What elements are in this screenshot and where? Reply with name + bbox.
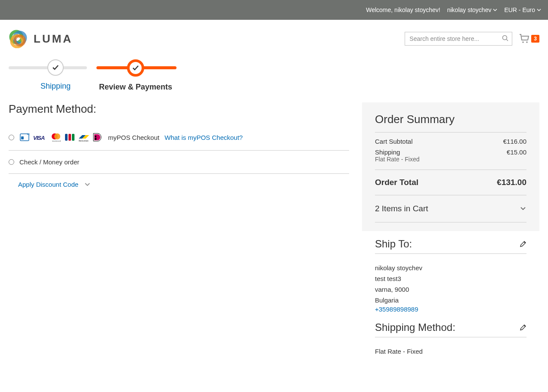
svg-point-7 [526, 41, 528, 43]
shipping-row: Shipping €15.00 [375, 147, 526, 156]
svg-text:POS: POS [27, 133, 30, 136]
mastercard-icon: mastercard [50, 133, 62, 142]
shipping-method-value: Flat Rate - Fixed [375, 346, 526, 357]
payment-card-icons: POS VISA mastercard Bancontact [19, 132, 102, 142]
search-container [405, 32, 512, 46]
discount-toggle[interactable]: Apply Discount Code [9, 174, 349, 188]
order-total-value: €131.00 [497, 178, 526, 187]
step-circle-done [47, 59, 64, 76]
items-in-cart-toggle[interactable]: 2 Items in Cart [375, 199, 526, 219]
subtotal-row: Cart Subtotal €116.00 [375, 136, 526, 147]
ship-to-title: Ship To: [375, 238, 412, 250]
shipping-sub-label: Flat Rate - Fixed [375, 156, 526, 166]
step-review-payments: Review & Payments [99, 59, 172, 92]
svg-rect-10 [21, 136, 24, 139]
svg-text:VISA: VISA [33, 135, 45, 141]
chevron-down-icon [520, 205, 526, 212]
payment-option-mypos[interactable]: POS VISA mastercard Bancontact myPOS Che… [9, 129, 349, 151]
svg-rect-17 [72, 134, 74, 141]
svg-line-5 [507, 40, 508, 41]
payment-title: Payment Method: [9, 102, 349, 116]
svg-point-4 [503, 36, 507, 40]
edit-shipping-method-button[interactable] [520, 324, 526, 331]
shipping-value: €15.00 [507, 148, 526, 156]
step-shipping-label[interactable]: Shipping [40, 82, 71, 91]
svg-text:Bancontact: Bancontact [79, 140, 89, 142]
user-menu-dropdown[interactable]: nikolay stoychev [447, 6, 498, 13]
logo-mark-icon [9, 29, 28, 48]
chevron-down-icon [537, 8, 541, 12]
cart-link[interactable]: 3 [519, 34, 539, 43]
svg-rect-19 [95, 138, 96, 140]
payment-mypos-label: myPOS Checkout [108, 134, 159, 141]
shipping-method-block: Shipping Method: Flat Rate - Fixed [362, 320, 539, 364]
welcome-message: Welcome, nikolay stoychev! [366, 6, 440, 13]
svg-point-6 [523, 41, 524, 43]
search-input[interactable] [405, 32, 512, 46]
checkout-progress: Shipping Review & Payments [0, 48, 548, 94]
address-phone-link[interactable]: +35989898989 [375, 304, 418, 315]
user-menu-label: nikolay stoychev [447, 6, 492, 13]
search-icon[interactable] [502, 35, 509, 42]
svg-point-13 [54, 133, 60, 139]
chevron-down-icon [493, 8, 497, 12]
address-street: test test3 [375, 273, 526, 284]
svg-point-20 [95, 136, 96, 137]
svg-rect-15 [65, 134, 68, 141]
mypos-card-icon: POS [19, 132, 30, 142]
main-container: Payment Method: POS VISA mastercard Banc… [0, 94, 548, 372]
sidebar: Order Summary Cart Subtotal €116.00 Ship… [362, 102, 539, 364]
check-icon [132, 64, 139, 72]
logo[interactable]: LUMA [9, 29, 73, 48]
step-shipping[interactable]: Shipping [40, 59, 71, 91]
ideal-icon [93, 133, 102, 142]
cart-count-badge: 3 [531, 35, 539, 43]
visa-card-icon: VISA [32, 133, 48, 142]
chevron-down-icon [84, 182, 90, 188]
mypos-help-link[interactable]: What is myPOS Checkout? [164, 134, 243, 141]
subtotal-value: €116.00 [503, 138, 526, 145]
pencil-icon [520, 241, 526, 247]
payment-radio-mypos[interactable] [9, 135, 14, 140]
top-bar: Welcome, nikolay stoychev! nikolay stoyc… [0, 0, 548, 20]
items-toggle-label: 2 Items in Cart [375, 204, 428, 213]
ship-to-block: Ship To: nikolay stoychev test test3 var… [362, 231, 539, 320]
svg-rect-16 [68, 134, 71, 141]
payment-radio-check[interactable] [9, 159, 14, 165]
currency-label: EUR - Euro [504, 6, 535, 13]
payment-section: Payment Method: POS VISA mastercard Banc… [9, 102, 349, 188]
discount-link-label: Apply Discount Code [18, 181, 78, 188]
subtotal-label: Cart Subtotal [375, 138, 413, 145]
currency-dropdown[interactable]: EUR - Euro [504, 6, 541, 13]
shipping-label: Shipping [375, 148, 400, 156]
payment-check-label: Check / Money order [19, 158, 79, 166]
header: LUMA 3 [0, 20, 548, 48]
payment-option-check[interactable]: Check / Money order [9, 151, 349, 174]
order-summary: Order Summary Cart Subtotal €116.00 Ship… [362, 102, 539, 231]
order-total-row: Order Total €131.00 [375, 173, 526, 191]
step-circle-active [127, 59, 144, 77]
logo-text: LUMA [34, 32, 73, 46]
edit-ship-to-button[interactable] [520, 241, 526, 247]
cart-icon [519, 34, 529, 43]
jcb-card-icon [64, 133, 75, 142]
order-summary-title: Order Summary [375, 113, 526, 126]
order-total-label: Order Total [375, 178, 418, 187]
step-review-label: Review & Payments [99, 83, 172, 92]
address-name: nikolay stoychev [375, 262, 526, 273]
svg-text:mastercard: mastercard [52, 140, 61, 142]
shipping-method-title: Shipping Method: [375, 321, 455, 333]
check-icon [52, 64, 59, 71]
pencil-icon [520, 324, 526, 331]
address-city: varna, 9000 [375, 284, 526, 295]
bancontact-icon: Bancontact [78, 133, 90, 142]
